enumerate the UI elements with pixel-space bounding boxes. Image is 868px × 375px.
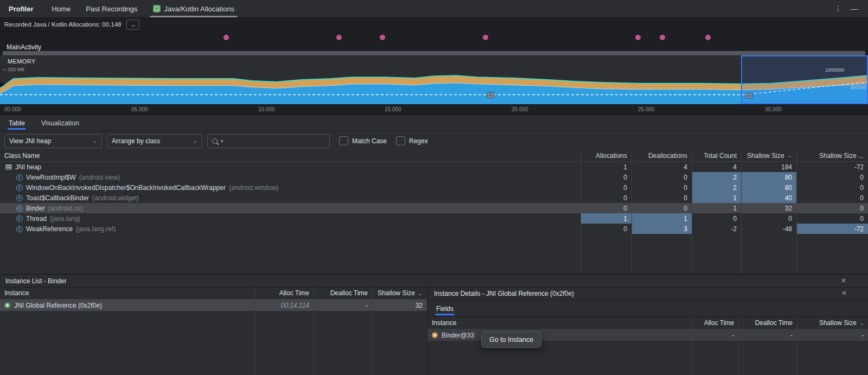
sort-down-icon: ⌄: [788, 152, 792, 158]
gc-event-icon[interactable]: [487, 92, 494, 98]
timeline-axis[interactable]: 00.000 05.000 10.000 15.000 20.000 25.00…: [0, 104, 868, 115]
sort-down-icon: ⌄: [860, 320, 864, 326]
event-dot[interactable]: [336, 35, 342, 40]
timeline-tick: 10.000: [258, 106, 275, 112]
tab-allocations-label: Java/Kotlin Allocations: [164, 5, 234, 13]
close-icon[interactable]: ✕: [841, 289, 847, 297]
event-dot[interactable]: [483, 35, 488, 40]
app-title: Profiler: [0, 0, 44, 17]
instance-list-header: Instance List - Binder ✕: [0, 275, 868, 288]
tab-past-recordings[interactable]: Past Recordings: [78, 0, 145, 17]
search-icon: [212, 138, 218, 144]
class-icon: [16, 195, 23, 201]
allocation-table: Class Name Allocations Deallocations Tot…: [0, 150, 868, 274]
fit-to-range-icon: ↔: [130, 21, 136, 28]
col-class-name[interactable]: Class Name: [0, 150, 580, 161]
titlebar-actions: ⋮ —: [834, 0, 868, 17]
search-history-icon: ▾: [221, 138, 224, 144]
class-row-binder[interactable]: Binder(android.os) 0 0 1 32 0: [0, 203, 868, 213]
heap-select[interactable]: View JNI heap ⌄: [4, 134, 102, 148]
fit-to-range-button[interactable]: ↔: [126, 20, 139, 30]
heap-icon: [5, 164, 12, 170]
kebab-menu-icon[interactable]: ⋮: [834, 4, 842, 13]
class-row-windowonbackinvokeddispatcher[interactable]: WindowOnBackInvokedDispatcher$OnBackInvo…: [0, 182, 868, 193]
tab-java-kotlin-allocations[interactable]: Java/Kotlin Allocations: [145, 0, 242, 17]
col-shallow-size[interactable]: Shallow Size⌄: [797, 317, 868, 329]
allocation-table-filler: [0, 234, 868, 274]
event-dots: [0, 31, 868, 43]
view-tabs: Table Visualization: [0, 115, 868, 131]
profiler-window: Profiler Home Past Recordings Java/Kotli…: [0, 0, 868, 375]
tab-visualization[interactable]: Visualization: [40, 117, 80, 131]
instance-details-title: Instance Details - JNI Global Reference …: [434, 290, 574, 297]
col-deallocations[interactable]: Deallocations: [631, 150, 692, 161]
arrange-select[interactable]: Arrange by class ⌄: [107, 134, 202, 148]
class-row-thread[interactable]: Thread(java.lang) 1 1 0 0 0: [0, 213, 868, 224]
timeline-tick: 20.000: [512, 106, 528, 112]
instance-list-filler: [0, 311, 427, 375]
go-to-instance-menu-item[interactable]: Go to Instance: [481, 331, 541, 348]
selection-value-top: 1000000: [825, 67, 844, 73]
event-dot[interactable]: [380, 35, 385, 40]
col-dealloc-time[interactable]: Dealloc Time: [738, 317, 797, 329]
search-input[interactable]: ▾: [207, 134, 330, 148]
memory-chart[interactable]: 1000000 300000: [0, 55, 868, 104]
allocation-table-header: Class Name Allocations Deallocations Tot…: [0, 150, 868, 162]
session-bar: Recorded Java / Kotlin Allocations: 00.1…: [0, 17, 868, 32]
chevron-down-icon: ⌄: [193, 138, 197, 144]
col-shallow-size[interactable]: Shallow Size⌄: [741, 150, 796, 161]
col-total-count[interactable]: Total Count: [692, 150, 741, 161]
instance-row-jni-global-reference[interactable]: JNI Global Reference (0x2f0e) 00:14.114 …: [0, 300, 427, 311]
col-alloc-time[interactable]: Alloc Time: [255, 287, 314, 299]
memory-track: MEMORY 320 MB 1000000 3: [0, 55, 868, 104]
class-icon: [16, 205, 23, 212]
recording-label: Recorded Java / Kotlin Allocations: 00.1…: [4, 21, 121, 28]
chevron-down-icon: ⌄: [93, 138, 97, 144]
instance-panels: Instance List - Binder ✕ Instance Alloc …: [0, 274, 868, 375]
tab-home[interactable]: Home: [44, 0, 79, 17]
class-row-viewrootimpl[interactable]: ViewRootImpl$W(android.view) 0 0 2 80 0: [0, 172, 868, 182]
selection-value-right: 300000: [850, 85, 866, 90]
timeline-tick: 05.000: [131, 106, 148, 112]
instance-details-columns: Instance Alloc Time Dealloc Time Shallow…: [427, 317, 868, 329]
instance-list-columns: Instance Alloc Time Dealloc Time Shallow…: [0, 287, 427, 300]
col-instance[interactable]: Instance: [0, 287, 255, 299]
col-shallow-size[interactable]: Shallow Size⌄: [372, 287, 427, 299]
col-dealloc-time[interactable]: Dealloc Time: [314, 287, 372, 299]
class-row-toast-callbackbinder[interactable]: Toast$CallbackBinder(android.widget) 0 0…: [0, 193, 868, 203]
tab-table[interactable]: Table: [8, 117, 26, 131]
timeline-tick: 25.000: [638, 106, 655, 112]
instance-details-header: Instance Details - JNI Global Reference …: [427, 287, 868, 300]
arrange-select-value: Arrange by class: [112, 137, 160, 145]
class-icon: [16, 226, 23, 232]
regex-checkbox[interactable]: [396, 136, 405, 145]
activity-name: MainActivity: [7, 43, 41, 51]
event-dot[interactable]: [705, 35, 711, 40]
col-allocations[interactable]: Allocations: [580, 150, 631, 161]
regex-label: Regex: [409, 137, 428, 145]
event-dot[interactable]: [660, 35, 665, 40]
jni-reference-icon: [4, 302, 10, 308]
tab-home-label: Home: [52, 5, 71, 13]
tab-fields[interactable]: Fields: [435, 303, 455, 316]
activity-lifecycle-bar[interactable]: [3, 51, 865, 55]
close-icon[interactable]: ✕: [841, 277, 846, 284]
col-alloc-time[interactable]: Alloc Time: [692, 317, 738, 329]
match-case-checkbox[interactable]: [339, 136, 348, 145]
col-instance[interactable]: Instance: [427, 317, 692, 329]
timeline-tick: 15.000: [385, 106, 401, 112]
event-dot[interactable]: [224, 35, 229, 40]
titlebar: Profiler Home Past Recordings Java/Kotli…: [0, 0, 868, 18]
object-instance-icon: [432, 332, 438, 338]
col-shallow-size-2[interactable]: Shallow Size ...: [796, 150, 868, 161]
selection-range[interactable]: [742, 56, 867, 104]
minimize-icon[interactable]: —: [851, 4, 858, 13]
class-icon: [16, 185, 23, 191]
allocations-icon: [153, 5, 161, 12]
memory-track-title: MEMORY: [8, 58, 36, 65]
memory-axis-label: 320 MB: [3, 67, 24, 72]
class-row-weakreference[interactable]: WeakReference(java.lang.ref) 0 3 -2 -48 …: [0, 224, 868, 234]
match-case-label: Match Case: [352, 137, 387, 145]
event-dot[interactable]: [635, 35, 641, 40]
class-row-jni-heap[interactable]: JNI heap 1 4 4 184 -72: [0, 162, 868, 172]
